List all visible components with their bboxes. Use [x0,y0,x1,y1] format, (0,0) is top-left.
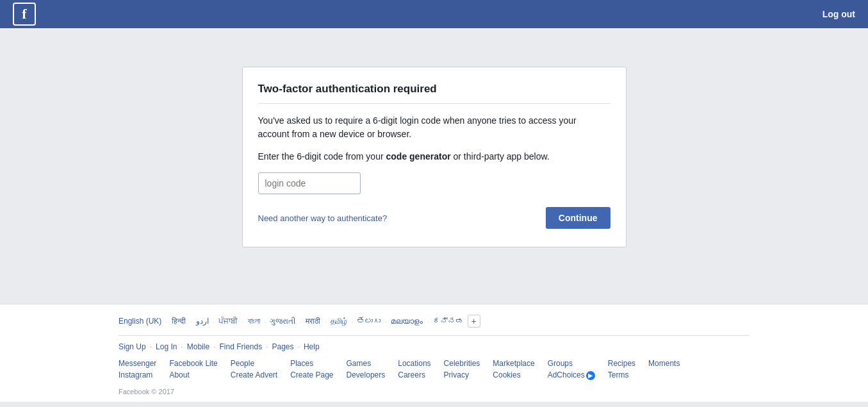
footer-language-link[interactable]: English (UK) [119,317,161,326]
footer-link[interactable]: Instagram [119,370,156,379]
footer-link[interactable]: Marketplace [493,359,534,368]
footer-link[interactable]: Facebook Lite [169,359,217,368]
footer-nav-link[interactable]: Help [304,342,320,351]
need-another-way-link[interactable]: Need another way to authenticate? [258,213,388,223]
footer-link[interactable]: AdChoices▶ [548,370,595,380]
footer-nav-link[interactable]: Mobile [187,342,209,351]
footer-copyright: Facebook © 2017 [0,388,868,395]
footer-link[interactable]: Messenger [119,359,156,368]
footer-link[interactable]: Celebrities [444,359,480,368]
footer-links-col: Moments [648,359,680,380]
footer-nav: Sign Up·Log In·Mobile·Find Friends·Pages… [0,342,868,351]
footer-language-link[interactable]: മലയാളം [391,317,423,326]
lang-plus-button[interactable]: + [468,315,480,328]
footer-languages: English (UK)·हिन्दी·اردو·ਪੰਜਾਬੀ·বাংলা·ગુ… [0,315,868,328]
footer-links-col: Facebook LiteAbout [169,359,217,380]
footer-nav-link[interactable]: Sign Up [119,342,146,351]
footer-language-link[interactable]: বাংলা [248,317,260,326]
footer: English (UK)·हिन्दी·اردو·ਪੰਜਾਬੀ·বাংলা·ગુ… [0,304,868,402]
footer-link[interactable]: Recipes [608,359,635,368]
main-content: Two-factor authentication required You'v… [0,28,868,304]
footer-language-link[interactable]: தமிழ் [331,317,347,326]
footer-links-col: RecipesTerms [608,359,635,380]
auth-box: Two-factor authentication required You'v… [242,67,626,247]
footer-links-col: PlacesCreate Page [290,359,333,380]
adchoices-icon: ▶ [586,371,595,380]
footer-divider [119,335,749,336]
footer-links-col: PeopleCreate Advert [231,359,277,380]
footer-link[interactable]: Terms [608,370,635,379]
footer-language-link[interactable]: ಕನ್ನಡ [433,317,464,326]
footer-links: MessengerInstagramFacebook LiteAboutPeop… [0,359,868,380]
footer-link[interactable]: Create Advert [231,370,277,379]
login-code-input[interactable] [258,172,361,194]
logo-text: f [22,6,26,22]
auth-description: You've asked us to require a 6-digit log… [258,114,610,141]
footer-language-link[interactable]: हिन्दी [172,317,186,326]
footer-link[interactable]: Developers [347,370,386,379]
auth-title: Two-factor authentication required [258,83,610,104]
facebook-logo: f [13,3,36,26]
footer-links-col: MarketplaceCookies [493,359,534,380]
footer-nav-link[interactable]: Pages [272,342,294,351]
footer-link[interactable]: Places [290,359,333,368]
footer-language-link[interactable]: ગુજરાતી [270,317,295,326]
footer-language-link[interactable]: తెలుగు [357,317,381,326]
footer-language-link[interactable]: اردو [196,317,209,326]
footer-links-col: GamesDevelopers [347,359,386,380]
continue-button[interactable]: Continue [546,207,610,229]
footer-links-col: LocationsCareers [398,359,430,380]
footer-link[interactable]: People [231,359,277,368]
footer-links-col: MessengerInstagram [119,359,156,380]
footer-nav-link[interactable]: Find Friends [219,342,262,351]
footer-language-link[interactable]: मराठी [306,317,320,326]
footer-link[interactable]: Careers [398,370,430,379]
footer-link[interactable]: About [169,370,217,379]
footer-links-col: GroupsAdChoices▶ [548,359,595,380]
footer-links-col: CelebritiesPrivacy [444,359,480,380]
auth-actions: Need another way to authenticate? Contin… [258,207,610,229]
footer-link[interactable]: Locations [398,359,430,368]
auth-instruction: Enter the 6-digit code from your code ge… [258,150,610,163]
footer-link[interactable]: Create Page [290,370,333,379]
footer-link[interactable]: Privacy [444,370,480,379]
footer-link[interactable]: Games [347,359,386,368]
footer-link[interactable]: Cookies [493,370,534,379]
footer-link[interactable]: Groups [548,359,595,368]
footer-nav-link[interactable]: Log In [156,342,177,351]
logout-button[interactable]: Log out [823,9,855,19]
header: f Log out [0,0,868,28]
footer-link[interactable]: Moments [648,359,680,368]
footer-language-link[interactable]: ਪੰਜਾਬੀ [218,317,238,326]
